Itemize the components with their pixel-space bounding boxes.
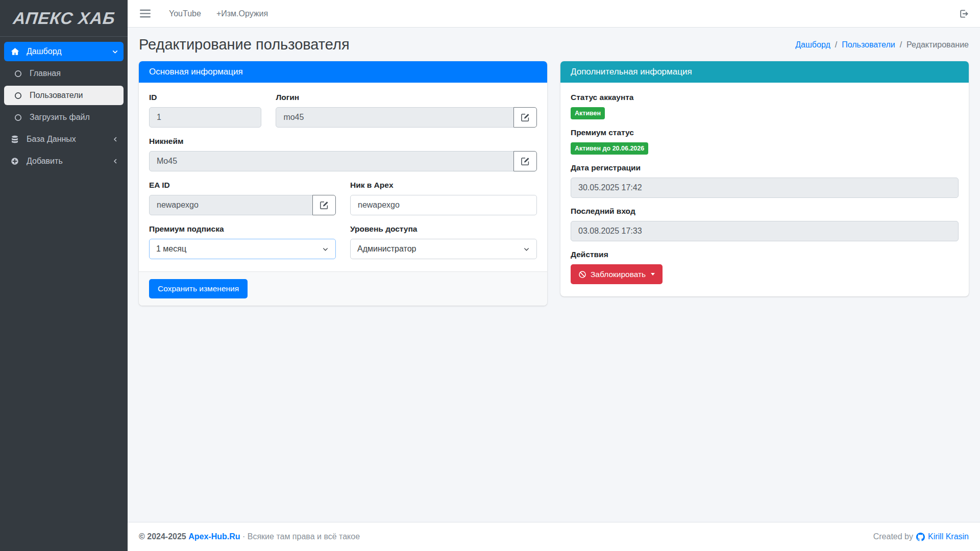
- nickname-label: Никнейм: [149, 137, 537, 146]
- breadcrumb-users[interactable]: Пользователи: [842, 40, 895, 49]
- main-info-card-header: Основная информация: [139, 61, 547, 83]
- sidebar-item-label: База Данных: [27, 135, 76, 144]
- edit-nickname-button[interactable]: [513, 151, 537, 171]
- copyright-text: © 2024-2025: [139, 532, 186, 541]
- premium-subscription-select[interactable]: 1 месяц: [149, 239, 336, 259]
- chevron-left-icon: [112, 158, 118, 164]
- chevron-left-icon: [112, 136, 118, 142]
- top-navbar: YouTube +Изм.Оружия: [128, 0, 980, 28]
- last-login-label: Последний вход: [571, 207, 959, 216]
- access-level-label: Уровень доступа: [350, 224, 537, 234]
- app-window: АПЕКС ХАБ Дашборд Главная: [0, 0, 980, 551]
- access-level-select[interactable]: Администратор: [350, 239, 537, 259]
- apex-nick-label: Ник в Apex: [350, 181, 537, 190]
- breadcrumb-separator: /: [900, 40, 902, 49]
- apex-nick-input[interactable]: [350, 195, 537, 215]
- sidebar-item-users[interactable]: Пользователи: [4, 86, 124, 105]
- sidebar-item-label: Добавить: [27, 157, 63, 166]
- sidebar-item-label: Загрузить файл: [30, 113, 90, 122]
- footer-copyright: © 2024-2025 Apex-Hub.Ru · Всякие там пра…: [139, 532, 360, 541]
- navbar-link-weapons[interactable]: +Изм.Оружия: [216, 9, 268, 18]
- sidebar-item-main[interactable]: Главная: [4, 64, 124, 83]
- caret-down-icon: [651, 273, 655, 276]
- ban-icon: [578, 270, 586, 279]
- circle-icon: [12, 68, 23, 79]
- sidebar-item-label: Главная: [30, 69, 61, 78]
- footer-tagline: · Всякие там права и всё такое: [242, 532, 360, 541]
- actions-label: Действия: [571, 250, 959, 259]
- main-info-card-footer: Сохранить изменения: [139, 271, 547, 306]
- brand-logo: АПЕКС ХАБ: [12, 9, 116, 28]
- account-status-badge: Активен: [571, 107, 605, 119]
- access-level-value: Администратор: [357, 244, 416, 254]
- id-label: ID: [149, 93, 261, 102]
- github-icon: [916, 533, 925, 541]
- sidebar-item-label: Дашборд: [27, 47, 62, 56]
- registration-date-label: Дата регистрации: [571, 163, 959, 172]
- breadcrumb-current: Редактирование: [906, 40, 969, 49]
- last-login-input: [571, 221, 959, 241]
- page-footer: © 2024-2025 Apex-Hub.Ru · Всякие там пра…: [128, 522, 980, 551]
- premium-status-label: Премиум статус: [571, 128, 959, 137]
- main-area: YouTube +Изм.Оружия Редактирование польз…: [128, 0, 980, 551]
- database-icon: [9, 134, 20, 144]
- breadcrumb: Дашборд / Пользователи / Редактирование: [795, 40, 969, 49]
- sidebar-item-database[interactable]: База Данных: [4, 130, 124, 149]
- page-title: Редактирование пользователя: [139, 36, 350, 53]
- sidebar-item-label: Пользователи: [30, 91, 83, 100]
- block-user-label: Заблокировать: [591, 270, 646, 279]
- edit-login-button[interactable]: [513, 107, 537, 128]
- ea-id-input: [149, 195, 313, 215]
- circle-icon: [12, 90, 23, 101]
- navbar-link-youtube[interactable]: YouTube: [169, 9, 201, 18]
- premium-subscription-value: 1 месяц: [156, 244, 186, 254]
- sidebar-item-add[interactable]: Добавить: [4, 152, 124, 171]
- logout-icon[interactable]: [957, 7, 971, 21]
- author-link[interactable]: Kirill Krasin: [928, 532, 969, 541]
- edit-icon: [320, 201, 329, 210]
- menu-toggle-button[interactable]: [137, 6, 154, 21]
- save-button[interactable]: Сохранить изменения: [149, 279, 248, 298]
- sidebar: АПЕКС ХАБ Дашборд Главная: [0, 0, 128, 551]
- content: Основная информация ID Логин: [128, 58, 980, 522]
- main-info-card-body: ID Логин: [139, 83, 547, 271]
- block-user-button[interactable]: Заблокировать: [571, 264, 663, 284]
- sidebar-item-dashboard[interactable]: Дашборд: [4, 42, 124, 61]
- nickname-input: [149, 151, 514, 171]
- premium-status-badge: Активен до 20.06.2026: [571, 142, 648, 155]
- registration-date-input: [571, 178, 959, 198]
- edit-ea-id-button[interactable]: [312, 195, 336, 215]
- additional-info-card-header: Дополнительная информация: [560, 61, 969, 83]
- main-info-card: Основная информация ID Логин: [139, 61, 547, 306]
- breadcrumb-dashboard[interactable]: Дашборд: [795, 40, 830, 49]
- chevron-down-icon: [523, 246, 530, 253]
- brand-link[interactable]: АПЕКС ХАБ: [0, 0, 128, 37]
- additional-info-card-body: Статус аккаунта Активен Премиум статус А…: [560, 83, 969, 296]
- sidebar-nav: Дашборд Главная Пользователи: [0, 37, 128, 179]
- content-header: Редактирование пользователя Дашборд / По…: [128, 28, 980, 58]
- additional-info-card: Дополнительная информация Статус аккаунт…: [560, 61, 969, 296]
- footer-credits: Created by Kirill Krasin: [873, 532, 969, 541]
- circle-icon: [12, 112, 23, 122]
- id-input: [149, 107, 261, 128]
- created-by-text: Created by: [873, 532, 913, 541]
- breadcrumb-separator: /: [835, 40, 837, 49]
- chevron-down-icon: [112, 48, 118, 55]
- ea-id-label: EA ID: [149, 181, 336, 190]
- chevron-down-icon: [322, 246, 329, 253]
- login-label: Логин: [276, 93, 537, 102]
- edit-icon: [521, 157, 530, 166]
- edit-icon: [521, 113, 530, 122]
- sidebar-item-upload-file[interactable]: Загрузить файл: [4, 108, 124, 127]
- home-icon: [9, 46, 20, 57]
- premium-subscription-label: Премиум подписка: [149, 224, 336, 234]
- account-status-label: Статус аккаунта: [571, 93, 959, 102]
- plus-circle-icon: [9, 156, 20, 166]
- login-input: [276, 107, 514, 128]
- site-link[interactable]: Apex-Hub.Ru: [188, 532, 240, 541]
